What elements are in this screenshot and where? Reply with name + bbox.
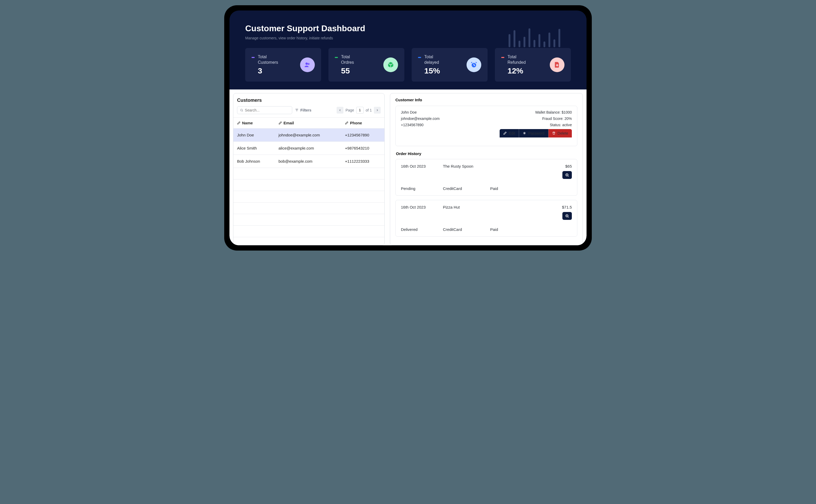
- chevron-right-icon: [376, 109, 379, 112]
- customer-info-right: Wallet Balance: $1000 Fraud Score: 20% S…: [500, 110, 572, 142]
- delete-button[interactable]: Delete: [549, 129, 572, 137]
- table-row-empty: [233, 225, 384, 237]
- stat-label: TotalCustomers: [258, 54, 278, 65]
- stat-value: 12%: [508, 66, 526, 75]
- table-row-empty: [233, 214, 384, 225]
- customer-phone: +1234567890: [401, 123, 440, 127]
- stat-dash-icon: [251, 57, 255, 58]
- column-email[interactable]: Email: [275, 117, 341, 128]
- orders-list: 16th Oct 2023The Rusty Spoon$65PendingCr…: [395, 159, 577, 237]
- column-name[interactable]: Name: [233, 117, 275, 128]
- order-method: CreditCard: [443, 227, 490, 232]
- order-amount: $71.5: [535, 205, 572, 209]
- customer-info-left: John Doe johndoe@example.com +1234567890: [401, 110, 440, 142]
- search-input-wrap[interactable]: [237, 106, 292, 114]
- order-amount: $65: [535, 164, 572, 168]
- stat-card-2: Totaldelayed15%: [412, 48, 488, 82]
- customer-status: Status: active: [500, 123, 572, 127]
- stat-label: TotalRefunded: [508, 54, 526, 65]
- stats-row: TotalCustomers3TotalOrdres55Totaldelayed…: [229, 48, 587, 89]
- stat-card-3: TotalRefunded12%: [495, 48, 571, 82]
- fraud-score: Fraud Score: 20%: [500, 116, 572, 121]
- table-row-empty: [233, 179, 384, 191]
- page-header: Customer Support Dashboard Manage custom…: [229, 10, 587, 48]
- edit-button[interactable]: Edit: [500, 129, 519, 137]
- column-phone[interactable]: Phone: [341, 117, 384, 128]
- stat-label: TotalOrdres: [341, 54, 354, 65]
- stat-dash-icon: [501, 57, 504, 58]
- customer-name: John Doe: [401, 110, 440, 114]
- stat-label: Totaldelayed: [424, 54, 440, 65]
- header-bars-decoration: [509, 26, 560, 47]
- customer-info-title: Customer Info: [395, 98, 577, 102]
- pager-page-label: Page: [345, 108, 354, 112]
- stat-value: 3: [258, 66, 278, 75]
- search-icon: [240, 108, 243, 112]
- stat-card-1: TotalOrdres55: [328, 48, 404, 82]
- order-view-button[interactable]: [562, 171, 572, 179]
- order-card: 16th Oct 2023Pizza Hut$71.5DeliveredCred…: [395, 200, 577, 237]
- stat-value: 15%: [424, 66, 440, 75]
- delete-label: Delete: [558, 131, 568, 135]
- svg-point-3: [240, 109, 242, 111]
- customer-info-card: John Doe johndoe@example.com +1234567890…: [395, 106, 577, 146]
- pencil-icon: [345, 121, 348, 125]
- trash-icon: [552, 131, 556, 135]
- order-history-title: Order History: [396, 151, 577, 156]
- edit-label: Edit: [509, 131, 515, 135]
- svg-line-4: [242, 111, 243, 111]
- details-panel: Customer Info John Doe johndoe@example.c…: [390, 93, 583, 245]
- asterisk-icon: [523, 131, 526, 135]
- search-input[interactable]: [245, 108, 289, 112]
- order-date: 16th Oct 2023: [401, 164, 443, 168]
- pencil-icon: [278, 121, 282, 125]
- pager: Page of 1: [336, 107, 381, 114]
- order-date: 16th Oct 2023: [401, 205, 443, 209]
- customers-table: NameEmailPhone John Doejohndoe@example.c…: [233, 117, 384, 237]
- table-row-empty: [233, 168, 384, 179]
- pager-of-label: of 1: [366, 108, 372, 112]
- package-icon: [383, 57, 398, 72]
- order-method: CreditCard: [443, 186, 490, 191]
- pencil-icon: [503, 131, 507, 135]
- upload-icon: [550, 57, 565, 72]
- order-payment: Paid: [490, 227, 535, 232]
- order-card: 16th Oct 2023The Rusty Spoon$65PendingCr…: [395, 159, 577, 196]
- pencil-icon: [237, 121, 240, 125]
- table-row[interactable]: Bob Johnsonbob@example.com+1112223333: [233, 155, 384, 168]
- customers-table-body: John Doejohndoe@example.com+1234567890Al…: [233, 128, 384, 237]
- order-status: Pending: [401, 186, 443, 191]
- filters-label: Filters: [300, 108, 311, 112]
- order-payment: Paid: [490, 186, 535, 191]
- svg-point-0: [305, 62, 308, 65]
- chevron-left-icon: [338, 109, 341, 112]
- customers-title: Customers: [233, 93, 384, 106]
- table-row[interactable]: Alice Smithalice@example.com+9876543210: [233, 141, 384, 155]
- zoom-in-icon: [565, 173, 569, 177]
- customers-table-header: NameEmailPhone: [233, 117, 384, 128]
- password-label: Password: [528, 131, 544, 135]
- order-status: Delivered: [401, 227, 443, 232]
- pager-prev-button[interactable]: [336, 107, 343, 114]
- stat-value: 55: [341, 66, 354, 75]
- pager-page-input[interactable]: [356, 107, 363, 114]
- order-merchant: Pizza Hut: [443, 205, 490, 209]
- password-button[interactable]: Password: [519, 129, 548, 137]
- filters-icon: [295, 108, 299, 112]
- order-merchant: The Rusty Spoon: [443, 164, 490, 168]
- filters-button[interactable]: Filters: [295, 108, 311, 112]
- svg-point-1: [308, 63, 310, 65]
- customer-email: johndoe@example.com: [401, 116, 440, 121]
- stat-dash-icon: [335, 57, 338, 58]
- clock-icon: [467, 57, 481, 72]
- svg-line-16: [568, 217, 569, 217]
- table-row-empty: [233, 191, 384, 202]
- table-row[interactable]: John Doejohndoe@example.com+1234567890: [233, 128, 384, 141]
- stat-dash-icon: [418, 57, 421, 58]
- table-row-empty: [233, 202, 384, 214]
- users-icon: [300, 57, 315, 72]
- wallet-balance: Wallet Balance: $1000: [500, 110, 572, 114]
- svg-line-12: [568, 176, 569, 177]
- pager-next-button[interactable]: [374, 107, 381, 114]
- order-view-button[interactable]: [562, 212, 572, 220]
